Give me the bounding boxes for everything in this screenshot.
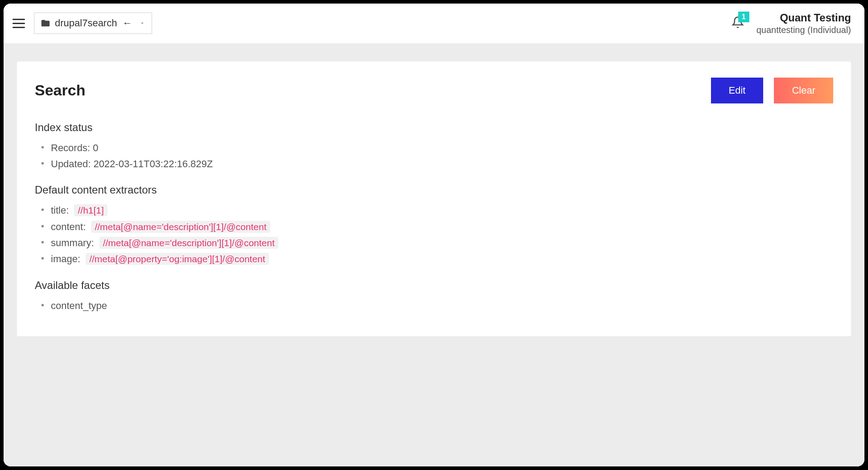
card-header: Search Edit Clear bbox=[35, 78, 833, 103]
index-status-list: Records: 0 Updated: 2022-03-11T03:22:16.… bbox=[35, 140, 833, 173]
clear-button[interactable]: Clear bbox=[774, 78, 833, 103]
extractor-item: image: //meta[@property='og:image'][1]/@… bbox=[51, 251, 833, 267]
account-name: Quant Testing bbox=[756, 12, 851, 25]
extractor-label: summary: bbox=[51, 237, 94, 248]
extractor-label: content: bbox=[51, 221, 86, 232]
chevron-down-icon bbox=[139, 17, 145, 29]
extractor-item: title: //h1[1] bbox=[51, 202, 833, 219]
content-area: Search Edit Clear Index status Records: … bbox=[4, 44, 864, 466]
hamburger-icon bbox=[12, 23, 25, 24]
extractor-value: //meta[@name='description'][1]/@content bbox=[99, 237, 278, 249]
notification-badge: 1 bbox=[738, 12, 749, 22]
extractor-value: //meta[@name='description'][1]/@content bbox=[91, 221, 270, 233]
arrow-left-icon: ← bbox=[122, 17, 132, 29]
extractor-item: content: //meta[@name='description'][1]/… bbox=[51, 219, 833, 235]
project-selector[interactable]: drupal7search ← bbox=[34, 12, 152, 34]
account-info[interactable]: Quant Testing quanttesting (Individual) bbox=[756, 12, 851, 35]
extractor-label: image: bbox=[51, 253, 80, 264]
extractor-value: //h1[1] bbox=[74, 204, 107, 216]
extractors-list: title: //h1[1] content: //meta[@name='de… bbox=[35, 202, 833, 267]
extractor-value: //meta[@property='og:image'][1]/@content bbox=[86, 253, 269, 265]
extractor-label: title: bbox=[51, 205, 69, 216]
notifications-button[interactable]: 1 bbox=[730, 14, 746, 32]
facets-list: content_type bbox=[35, 298, 833, 314]
edit-button[interactable]: Edit bbox=[711, 78, 764, 103]
top-bar-left: drupal7search ← bbox=[12, 12, 152, 34]
main-card: Search Edit Clear Index status Records: … bbox=[17, 62, 851, 336]
top-bar: drupal7search ← 1 Quant Testing quanttes… bbox=[4, 4, 864, 44]
account-subtitle: quanttesting (Individual) bbox=[756, 25, 851, 35]
records-item: Records: 0 bbox=[51, 140, 833, 156]
action-buttons: Edit Clear bbox=[711, 78, 834, 103]
index-status-heading: Index status bbox=[35, 121, 833, 134]
project-name: drupal7search bbox=[55, 17, 117, 29]
page-title: Search bbox=[35, 82, 85, 99]
hamburger-icon bbox=[12, 19, 25, 20]
app-window: drupal7search ← 1 Quant Testing quanttes… bbox=[4, 4, 864, 466]
facet-item: content_type bbox=[51, 298, 833, 314]
hamburger-icon bbox=[12, 27, 25, 28]
extractors-heading: Default content extractors bbox=[35, 184, 833, 196]
updated-item: Updated: 2022-03-11T03:22:16.829Z bbox=[51, 156, 833, 172]
extractor-item: summary: //meta[@name='description'][1]/… bbox=[51, 235, 833, 251]
menu-button[interactable] bbox=[12, 16, 27, 30]
top-bar-right: 1 Quant Testing quanttesting (Individual… bbox=[730, 12, 851, 35]
facets-heading: Available facets bbox=[35, 279, 833, 292]
folder-icon bbox=[41, 18, 50, 28]
